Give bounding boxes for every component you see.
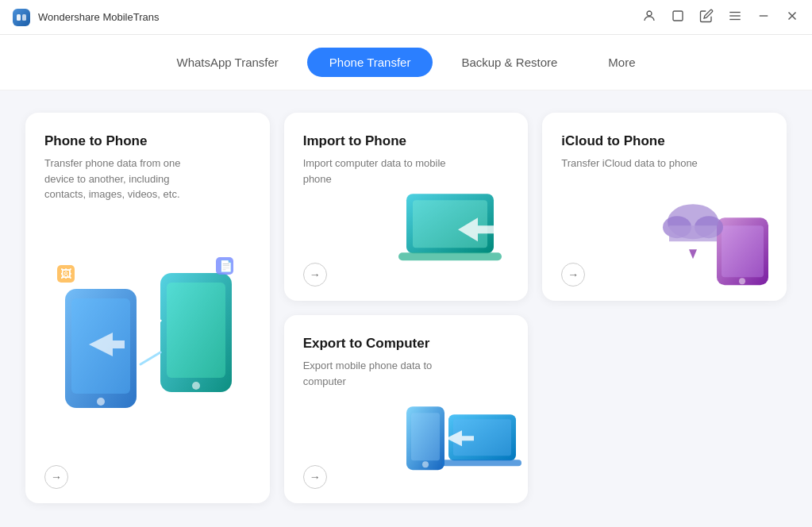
phone-to-phone-desc: Transfer phone data from one device to a… — [44, 156, 187, 202]
export-arrow[interactable]: → — [303, 465, 327, 489]
app-name: Wondershare MobileTrans — [38, 11, 159, 23]
window-icon[interactable] — [671, 9, 685, 25]
svg-point-2 — [647, 11, 652, 16]
import-arrow[interactable]: → — [303, 263, 327, 287]
tab-phone-transfer[interactable]: Phone Transfer — [307, 48, 433, 77]
svg-rect-0 — [17, 14, 21, 21]
svg-rect-35 — [442, 460, 521, 466]
nav-bar: WhatsApp Transfer Phone Transfer Backup … — [0, 35, 812, 90]
icloud-illustration — [661, 186, 780, 292]
svg-point-25 — [739, 278, 745, 284]
close-icon[interactable] — [785, 9, 799, 25]
svg-rect-31 — [411, 413, 440, 460]
import-illustration — [398, 186, 521, 292]
cards-grid: Phone to Phone Transfer phone data from … — [25, 113, 787, 503]
tab-more[interactable]: More — [586, 48, 657, 77]
svg-rect-22 — [398, 252, 502, 260]
card-import-to-phone[interactable]: Import to Phone Import computer data to … — [284, 113, 529, 301]
tab-whatsapp-transfer[interactable]: WhatsApp Transfer — [154, 48, 300, 77]
svg-rect-29 — [669, 225, 717, 241]
tab-backup-restore[interactable]: Backup & Restore — [439, 48, 579, 77]
minimize-icon[interactable] — [756, 9, 771, 25]
titlebar: Wondershare MobileTrans — [0, 0, 812, 35]
icloud-to-phone-desc: Transfer iCloud data to phone — [561, 156, 704, 171]
svg-rect-3 — [673, 11, 683, 21]
main-content: Phone to Phone Transfer phone data from … — [0, 90, 812, 525]
person-icon[interactable] — [642, 9, 656, 25]
card-export-to-computer[interactable]: Export to Computer Export mobile phone d… — [284, 315, 529, 503]
titlebar-controls[interactable] — [642, 9, 799, 25]
menu-icon[interactable] — [728, 9, 742, 25]
import-to-phone-title: Import to Phone — [303, 133, 510, 149]
titlebar-left: Wondershare MobileTrans — [13, 9, 159, 26]
svg-text:📄: 📄 — [219, 260, 233, 273]
card-phone-to-phone[interactable]: Phone to Phone Transfer phone data from … — [25, 113, 270, 503]
svg-rect-14 — [167, 283, 225, 378]
phone-to-phone-illustration: 🖼 📄 — [49, 241, 270, 464]
card-icloud-to-phone[interactable]: iCloud to Phone Transfer iCloud data to … — [542, 113, 787, 301]
import-to-phone-desc: Import computer data to mobile phone — [303, 156, 446, 187]
svg-point-12 — [97, 398, 105, 406]
phone-to-phone-title: Phone to Phone — [44, 133, 251, 149]
svg-rect-24 — [722, 225, 764, 277]
svg-point-32 — [422, 461, 429, 467]
svg-rect-1 — [22, 14, 26, 21]
icloud-to-phone-title: iCloud to Phone — [561, 133, 768, 149]
app-icon — [13, 9, 30, 26]
edit-icon[interactable] — [699, 9, 714, 25]
export-to-computer-title: Export to Computer — [303, 336, 510, 352]
svg-point-15 — [192, 382, 200, 390]
icloud-arrow[interactable]: → — [561, 263, 585, 287]
phone-to-phone-arrow[interactable]: → — [44, 465, 68, 489]
svg-text:🖼: 🖼 — [60, 267, 71, 280]
export-to-computer-desc: Export mobile phone data to computer — [303, 358, 446, 389]
export-illustration — [402, 390, 521, 485]
